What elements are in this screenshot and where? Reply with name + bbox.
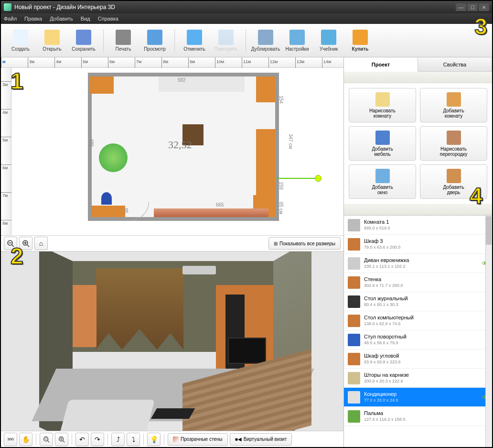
object-item[interactable]: Диван еврокнижка235.1 x 113.1 x 102.2👁 <box>344 254 492 273</box>
dim-right: 347 см <box>288 134 293 149</box>
close-button[interactable]: ✕ <box>479 3 489 11</box>
menu-Вид[interactable]: Вид <box>81 16 90 22</box>
furniture-sofa-top[interactable] <box>159 76 245 92</box>
object-item[interactable]: Шторы на карнизе200.9 x 20.3 x 222.9 <box>344 369 492 388</box>
furniture-corner-cab[interactable] <box>256 76 275 102</box>
door-arc <box>130 202 149 221</box>
object-dims: 80.4 x 80.1 x 30.3 <box>364 302 488 307</box>
menu-Файл[interactable]: Файл <box>4 16 17 22</box>
scrollbar-thumb[interactable] <box>486 216 492 245</box>
object-item[interactable]: Кондиционер77.0 x 33.0 x 24.5👁 <box>344 388 492 407</box>
object-info: Стол журнальный80.4 x 80.1 x 30.3 <box>364 295 488 307</box>
object-name: Диван еврокнижка <box>364 257 478 264</box>
toolbar-Печать[interactable]: Печать <box>108 27 138 55</box>
object-info: Шкаф угловой93.9 x 93.8 x 223.6 <box>364 353 488 365</box>
selection-handle[interactable] <box>315 175 322 182</box>
toolbar-label: Сохранить <box>72 46 96 52</box>
action-label: Добавитьмебель <box>372 146 393 157</box>
object-item[interactable]: Шкаф угловой93.9 x 93.8 x 223.6 <box>344 350 492 369</box>
toolbar-Сохранить[interactable]: Сохранить <box>69 27 98 55</box>
rotate-left-button[interactable]: ↶ <box>75 433 89 446</box>
furniture-wall-unit[interactable] <box>256 129 275 206</box>
show-sizes-button[interactable]: ⊞Показывать все размеры <box>268 237 341 250</box>
ac-3d <box>182 266 216 274</box>
tilt-up-button[interactable]: ⤴ <box>111 433 125 446</box>
plan-toolbar: ⌂ ⊞Показывать все размеры <box>1 235 343 251</box>
action-Добавить-мебель[interactable]: Добавитьмебель <box>349 126 416 161</box>
furniture-wardrobe[interactable] <box>90 76 114 94</box>
object-item[interactable]: Стол компьютерный138.0 x 62.9 x 74.6 <box>344 311 492 330</box>
toolbar-Дублировать[interactable]: Дублировать <box>251 27 280 55</box>
object-item[interactable]: Стенка302.6 x 71.7 x 250.0 <box>344 273 492 292</box>
toolbar-Учебник[interactable]: Учебник <box>314 27 343 55</box>
furniture-sofa-bottom[interactable] <box>154 208 268 217</box>
rotate-right-button[interactable]: ↷ <box>91 433 104 446</box>
toolbar-Отменить[interactable]: Отменить <box>180 27 209 55</box>
object-item[interactable]: Комната 1695.0 x 519.0 <box>344 216 492 235</box>
tab-properties[interactable]: Свойства <box>418 57 492 71</box>
object-dims: 200.9 x 20.3 x 222.9 <box>364 379 488 384</box>
menu-Правка[interactable]: Правка <box>24 16 42 22</box>
action-Нарисовать-комнату[interactable]: Нарисоватькомнату <box>349 88 416 122</box>
object-dims: 77.0 x 33.0 x 24.5 <box>364 398 478 403</box>
furniture-desk[interactable] <box>92 206 125 217</box>
toolbar-Создать[interactable]: Создать <box>6 27 35 55</box>
toolbar-Открыть[interactable]: Открыть <box>37 27 67 55</box>
virtual-visit-button[interactable]: ■◀Виртуальный визит <box>230 433 292 446</box>
zoom-out-3d-button[interactable] <box>40 433 53 446</box>
room-outline[interactable]: 32,52 582 665 489 95 347 см 154 159 65 с… <box>88 73 279 221</box>
toolbar-Повторить[interactable]: Повторить <box>211 27 241 55</box>
ruler-tick: м <box>1 57 6 68</box>
scrollbar[interactable] <box>485 216 492 447</box>
toolbar-icon <box>44 30 60 45</box>
menu-Справка[interactable]: Справка <box>98 16 118 22</box>
furniture-plant[interactable] <box>99 143 128 172</box>
toolbar-Просмотр[interactable]: Просмотр <box>140 27 170 55</box>
object-dims: 127.4 x 116.2 x 158.5 <box>364 417 488 422</box>
object-item[interactable]: Стул поворотный48.5 x 56.6 x 79.9 <box>344 330 492 350</box>
toolbar-label: Настройки <box>285 46 309 52</box>
menu-Добавить[interactable]: Добавить <box>50 16 73 22</box>
toolbar-Купить[interactable]: Купить <box>345 27 375 55</box>
minimize-button[interactable]: — <box>456 3 466 11</box>
rotate360-button[interactable]: 360 <box>4 433 17 446</box>
object-icon <box>348 295 360 308</box>
ruler-tick: 3м <box>28 57 34 68</box>
transparent-walls-button[interactable]: Прозрачные стены <box>168 433 228 446</box>
dim-left2: 95 <box>123 208 129 213</box>
action-Нарисовать-перегородку[interactable]: Нарисоватьперегородку <box>420 126 487 161</box>
action-Добавить-комнату[interactable]: Добавитькомнату <box>420 88 487 122</box>
object-name: Стенка <box>364 276 488 283</box>
object-icon <box>348 334 360 346</box>
furniture-chair[interactable] <box>101 192 112 205</box>
light-button[interactable]: 💡 <box>147 433 161 446</box>
tab-project[interactable]: Проект <box>344 57 418 72</box>
object-name: Комната 1 <box>364 219 488 226</box>
plan-canvas[interactable]: 32,52 582 665 489 95 347 см 154 159 65 с… <box>11 68 343 235</box>
view-3d[interactable] <box>1 251 343 431</box>
window-title: Новый проект - Дизайн Интерьера 3D <box>14 4 115 11</box>
toolbar-Настройки[interactable]: Настройки <box>282 27 312 55</box>
ruler-tick: 3м <box>1 81 11 87</box>
tabs: Проект Свойства <box>344 57 492 72</box>
object-item[interactable]: Пальма127.4 x 116.2 x 158.5 <box>344 407 492 426</box>
ruler-tick: 5м <box>1 137 11 142</box>
home-button[interactable]: ⌂ <box>34 237 48 250</box>
action-Добавить-окно[interactable]: Добавитьокно <box>349 164 416 199</box>
toolbar-label: Отменить <box>183 46 205 52</box>
object-info: Шторы на карнизе200.9 x 20.3 x 222.9 <box>364 372 488 384</box>
object-item[interactable]: Стол журнальный80.4 x 80.1 x 30.3 <box>344 292 492 311</box>
object-icon <box>348 238 360 251</box>
pan-button[interactable]: ✋ <box>19 433 32 446</box>
toolbar-icon <box>147 30 162 45</box>
object-dims: 695.0 x 519.0 <box>364 226 488 231</box>
tilt-down-button[interactable]: ⤵ <box>127 433 140 446</box>
ruler-tick: 9м <box>188 57 195 68</box>
maximize-button[interactable]: ☐ <box>467 3 478 11</box>
object-icon <box>348 353 360 365</box>
cabinet-3d <box>73 285 96 347</box>
object-dims: 79.0 x 63.6 x 200.5 <box>364 245 488 250</box>
toolbar-label: Печать <box>116 46 131 52</box>
object-item[interactable]: Шкаф 379.0 x 63.6 x 200.5 <box>344 235 492 254</box>
zoom-in-3d-button[interactable] <box>55 433 68 446</box>
